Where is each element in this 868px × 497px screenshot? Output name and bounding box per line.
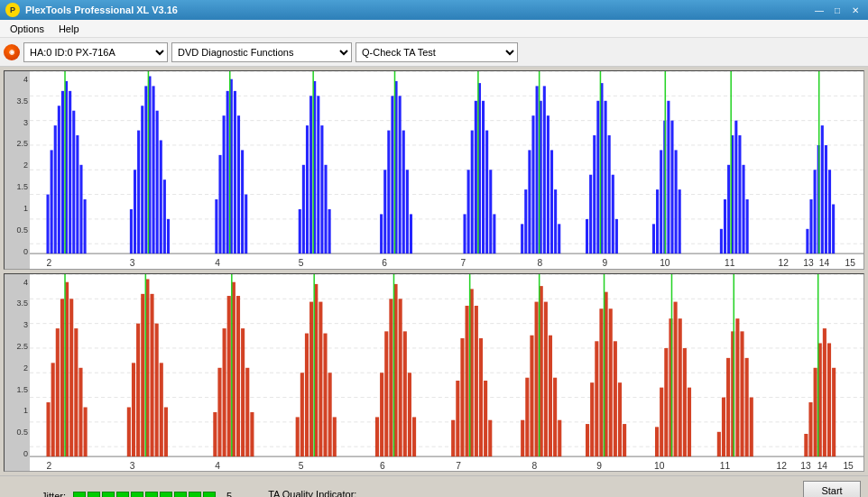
svg-rect-120 — [832, 204, 835, 253]
svg-text:14: 14 — [819, 257, 830, 268]
svg-rect-43 — [299, 209, 301, 253]
svg-rect-111 — [746, 199, 749, 253]
svg-rect-213 — [558, 419, 561, 456]
svg-rect-65 — [471, 131, 474, 254]
svg-rect-44 — [302, 165, 305, 253]
svg-rect-207 — [530, 335, 533, 456]
svg-rect-230 — [679, 318, 682, 456]
svg-text:7: 7 — [456, 460, 461, 471]
maximize-button[interactable]: □ — [830, 4, 845, 16]
svg-rect-186 — [380, 373, 383, 456]
svg-rect-119 — [828, 170, 831, 253]
svg-rect-196 — [456, 380, 459, 456]
menu-help[interactable]: Help — [52, 22, 86, 36]
svg-rect-97 — [660, 150, 662, 253]
svg-rect-73 — [521, 224, 523, 253]
svg-rect-110 — [743, 165, 745, 253]
svg-rect-203 — [488, 419, 492, 456]
svg-rect-19 — [84, 199, 87, 253]
toolbar: ◉ HA:0 ID:0 PX-716A DVD Diagnostic Funct… — [0, 38, 868, 67]
svg-rect-69 — [485, 131, 488, 254]
title-bar: P PlexTools Professional XL V3.16 — □ ✕ — [0, 0, 868, 20]
svg-rect-153 — [84, 407, 88, 456]
svg-rect-76 — [531, 115, 534, 253]
ta-quality-label: TA Quality Indicator: — [268, 489, 356, 497]
svg-rect-100 — [670, 121, 673, 253]
svg-rect-222 — [618, 382, 622, 456]
svg-rect-102 — [679, 189, 681, 253]
svg-rect-9 — [46, 195, 49, 254]
menu-options[interactable]: Options — [4, 22, 51, 36]
jitter-row: Jitter: 5 — [7, 491, 232, 498]
svg-text:2: 2 — [46, 257, 51, 268]
svg-rect-63 — [463, 214, 466, 253]
svg-rect-225 — [655, 427, 659, 456]
svg-rect-243 — [804, 433, 808, 456]
svg-rect-18 — [79, 165, 82, 253]
jitter-bar-3 — [102, 492, 115, 498]
svg-rect-148 — [60, 299, 64, 456]
svg-rect-21 — [130, 209, 133, 253]
svg-rect-151 — [74, 328, 78, 456]
close-button[interactable]: ✕ — [848, 4, 863, 16]
svg-rect-210 — [544, 301, 548, 456]
svg-text:8: 8 — [538, 257, 543, 268]
svg-text:15: 15 — [845, 257, 855, 268]
svg-rect-33 — [215, 199, 217, 253]
svg-rect-180 — [319, 301, 322, 456]
test-dropdown[interactable]: Q-Check TA Test — [356, 42, 518, 62]
svg-rect-46 — [309, 96, 312, 253]
svg-rect-59 — [402, 131, 405, 254]
metrics-section: Jitter: 5 Peak Shift: — [7, 491, 232, 498]
bottom-panel: Jitter: 5 Peak Shift: — [0, 475, 868, 497]
jitter-bar-9 — [189, 492, 201, 498]
function-dropdown[interactable]: DVD Diagnostic Functions — [171, 42, 352, 62]
svg-rect-51 — [328, 209, 331, 253]
svg-rect-206 — [525, 377, 529, 456]
minimize-button[interactable]: — — [812, 4, 826, 16]
svg-text:10: 10 — [654, 460, 665, 471]
svg-rect-191 — [403, 331, 407, 456]
svg-rect-38 — [234, 91, 236, 253]
svg-rect-147 — [56, 328, 60, 456]
svg-rect-39 — [237, 115, 240, 253]
svg-rect-77 — [536, 86, 539, 253]
svg-rect-215 — [586, 424, 589, 456]
svg-text:13: 13 — [803, 257, 814, 268]
svg-rect-220 — [609, 308, 613, 456]
svg-rect-190 — [399, 299, 402, 456]
svg-text:3: 3 — [130, 257, 135, 268]
svg-rect-60 — [406, 170, 409, 253]
svg-rect-79 — [543, 86, 546, 253]
svg-rect-70 — [489, 170, 492, 253]
svg-text:15: 15 — [843, 460, 854, 471]
svg-rect-93 — [615, 219, 618, 253]
svg-rect-248 — [827, 343, 831, 456]
svg-rect-117 — [821, 125, 824, 253]
svg-rect-45 — [306, 125, 309, 253]
svg-rect-171 — [241, 328, 245, 456]
svg-rect-118 — [825, 145, 827, 253]
svg-rect-217 — [595, 341, 598, 456]
bottom-chart-container: 4 3.5 3 2.5 2 1.5 1 0.5 0 — [4, 273, 864, 473]
svg-text:12: 12 — [776, 460, 787, 471]
svg-rect-168 — [227, 296, 231, 456]
action-buttons: Start i — [803, 481, 861, 498]
svg-rect-166 — [217, 367, 221, 456]
svg-rect-211 — [549, 335, 552, 456]
svg-rect-49 — [320, 125, 323, 253]
svg-rect-58 — [399, 96, 402, 253]
svg-rect-36 — [226, 91, 229, 253]
svg-rect-187 — [384, 331, 388, 456]
svg-text:4: 4 — [215, 257, 220, 268]
svg-text:2: 2 — [46, 460, 51, 471]
device-dropdown[interactable]: HA:0 ID:0 PX-716A — [23, 42, 168, 62]
svg-rect-163 — [164, 407, 168, 456]
start-button[interactable]: Start — [803, 481, 861, 498]
svg-rect-83 — [558, 224, 560, 253]
svg-rect-17 — [76, 135, 78, 253]
svg-rect-158 — [141, 293, 144, 456]
svg-rect-101 — [675, 150, 678, 253]
svg-rect-35 — [223, 115, 226, 253]
svg-rect-150 — [69, 299, 73, 456]
